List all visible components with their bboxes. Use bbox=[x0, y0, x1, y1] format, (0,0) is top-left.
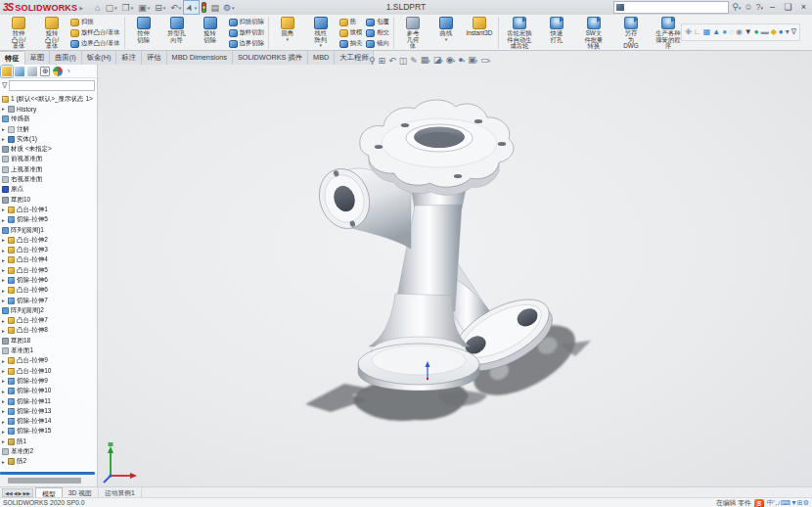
dynamic-annotation-icon[interactable]: ✎ bbox=[410, 55, 418, 67]
tree-item[interactable]: 传感器 bbox=[0, 115, 96, 124]
search-scope-icon[interactable] bbox=[616, 4, 624, 11]
model-body[interactable] bbox=[312, 100, 563, 391]
options-button[interactable]: ⚙▾ bbox=[221, 1, 237, 14]
displaymanager-tab[interactable] bbox=[53, 67, 63, 76]
command-tab[interactable]: 标注 bbox=[116, 51, 142, 65]
macro-gear-generator-button[interactable]: 齿轮宏插 件自动生 成齿轮 bbox=[501, 16, 538, 50]
dropdown-caret-icon[interactable]: ▾ bbox=[428, 58, 430, 64]
help-button[interactable]: ?▾ bbox=[755, 1, 763, 15]
section-view-icon[interactable]: ◫ bbox=[399, 55, 408, 67]
snap-toolbar-icon-4[interactable]: ▲ bbox=[712, 25, 720, 39]
intersect-button[interactable]: 相交 bbox=[364, 27, 391, 38]
restore-button[interactable]: ❏ bbox=[782, 2, 794, 14]
part-model-3d[interactable] bbox=[0, 51, 812, 486]
revolve-boss-button[interactable]: 旋转 凸台/ 基体 bbox=[35, 16, 68, 50]
curves-button[interactable]: 曲线 ▾ bbox=[429, 16, 463, 55]
tree-item[interactable]: 凸台-拉伸2 bbox=[0, 235, 96, 245]
tree-item[interactable]: 凸台-拉伸8 bbox=[0, 326, 96, 336]
instant3d-button[interactable]: Instant3D bbox=[463, 16, 496, 55]
command-tab[interactable]: 曲面(I) bbox=[50, 51, 81, 65]
tree-item[interactable]: 切除-拉伸7 bbox=[0, 296, 96, 305]
draft-button[interactable]: 拔模 bbox=[338, 27, 365, 38]
snap-toolbar-icon-2[interactable]: ∟ bbox=[694, 25, 701, 39]
snap-toolbar-icon-6[interactable]: ◌ bbox=[729, 25, 734, 39]
macro-save-as-dwg-button[interactable]: 另存 为 DWG bbox=[612, 16, 650, 50]
tree-filter-input[interactable] bbox=[9, 80, 95, 91]
tree-item[interactable]: 凸台-拉伸1 bbox=[0, 205, 96, 214]
dropdown-caret-icon[interactable]: ▾ bbox=[148, 5, 151, 11]
hide-show-items-icon[interactable]: ◉▾ bbox=[446, 54, 455, 67]
bolt-hole[interactable] bbox=[375, 145, 383, 149]
tree-item[interactable]: 筋2 bbox=[0, 457, 96, 467]
command-tab[interactable]: 评估 bbox=[142, 51, 167, 65]
first-tab-button[interactable]: ◀◀ bbox=[5, 490, 13, 496]
snap-toolbar-dropdown[interactable]: ▾ bbox=[786, 25, 789, 39]
dropdown-caret-icon[interactable]: ▾ bbox=[319, 43, 322, 48]
dimxpertmanager-tab[interactable]: ⊕ bbox=[40, 67, 50, 76]
tree-item[interactable]: 原点 bbox=[0, 185, 96, 195]
panel-scrollbar-thumb[interactable] bbox=[8, 478, 81, 484]
ime-keyboard-icon[interactable]: ⌨ bbox=[781, 499, 790, 506]
tree-item[interactable]: 基准面2 bbox=[0, 446, 96, 456]
select-tool-button[interactable]: ➤ ▾ bbox=[183, 0, 200, 15]
bolt-hole[interactable] bbox=[474, 119, 482, 123]
dropdown-caret-icon[interactable]: ▾ bbox=[475, 58, 478, 64]
zoom-to-area-icon[interactable]: ⊞ bbox=[379, 55, 386, 67]
search-box[interactable] bbox=[613, 1, 729, 14]
prev-tab-button[interactable]: ◀ bbox=[14, 490, 18, 496]
snap-toolbar-icon-7[interactable]: ◉ bbox=[736, 25, 743, 39]
rib-button[interactable]: 筋 bbox=[338, 17, 365, 27]
tree-item[interactable]: 凸台-拉伸3 bbox=[0, 245, 96, 254]
logo-caret-icon[interactable]: ▶ bbox=[79, 5, 83, 11]
tree-item[interactable]: 筋1 bbox=[0, 437, 96, 446]
tree-item[interactable]: 切除-拉伸6 bbox=[0, 275, 96, 285]
search-icon[interactable]: ⚲▾ bbox=[732, 1, 741, 15]
boundary-boss-button[interactable]: 边界凸台/基体 bbox=[68, 38, 122, 49]
graphics-viewport[interactable]: ⚲ ⊞ ↶ ◫ ✎ ▦▾ ◪▾ ◉▾ ●▾ ▣▾ ▭▾ bbox=[0, 51, 812, 486]
dropdown-caret-icon[interactable]: ▾ bbox=[463, 58, 466, 64]
snap-toolbar-icon-12[interactable]: ● bbox=[779, 25, 784, 39]
view-orientation-icon[interactable]: ▦▾ bbox=[421, 54, 430, 67]
last-tab-button[interactable]: ▶▶ bbox=[23, 490, 30, 496]
tree-item[interactable]: 基准面1 bbox=[0, 346, 96, 355]
propertymanager-tab[interactable] bbox=[15, 67, 24, 76]
bolt-hole[interactable] bbox=[498, 142, 506, 146]
command-tab[interactable]: MBD bbox=[308, 51, 335, 65]
panel-scrollbar-track[interactable] bbox=[0, 475, 98, 486]
tree-item[interactable]: 凸台-拉伸9 bbox=[0, 356, 96, 366]
shell-button[interactable]: 抽壳 bbox=[338, 38, 365, 49]
tree-item[interactable]: 凸台-拉伸10 bbox=[0, 366, 96, 376]
command-tab[interactable]: SOLIDWORKS 插件 bbox=[233, 51, 308, 65]
command-tab[interactable]: MBD Dimensions bbox=[167, 51, 233, 65]
tree-item[interactable]: 前视基准面 bbox=[0, 155, 96, 164]
snap-toolbar-icon-10[interactable]: ▬ bbox=[761, 25, 769, 39]
dropdown-caret-icon[interactable]: ▾ bbox=[445, 37, 448, 42]
snap-toolbar-icon-1[interactable]: ✙ bbox=[685, 25, 692, 39]
panel-tabs-overflow-chevron[interactable]: › bbox=[68, 67, 70, 75]
snap-toolbar-icon-8[interactable]: ▼ bbox=[744, 25, 752, 39]
undo-button[interactable]: ↶ ▾ bbox=[168, 1, 183, 14]
search-input[interactable] bbox=[626, 3, 718, 12]
tree-root-item[interactable]: 1 (默认<<默认>_显示状态 1> bbox=[0, 94, 96, 104]
swept-boss-button[interactable]: 扫描 bbox=[68, 17, 122, 27]
selection-filter-dropdown[interactable]: ∇ bbox=[791, 25, 796, 39]
hole-wizard-button[interactable]: 异型孔 向导 bbox=[160, 16, 194, 43]
lofted-cut-button[interactable]: 放样切割 bbox=[227, 27, 266, 38]
macro-quick-hole-button[interactable]: 快速 打孔 bbox=[538, 16, 575, 50]
wrap-button[interactable]: 包覆 bbox=[364, 17, 391, 27]
tree-item[interactable]: 右视基准面 bbox=[0, 174, 96, 184]
dropdown-caret-icon[interactable]: ▾ bbox=[286, 37, 289, 42]
extruded-cut-button[interactable]: 拉伸 切除 bbox=[127, 16, 160, 43]
tree-item[interactable]: 实体(1) bbox=[0, 134, 96, 144]
previous-view-icon[interactable]: ↶ bbox=[388, 55, 396, 67]
command-tab[interactable]: 钣金(H) bbox=[82, 51, 117, 65]
tree-item[interactable]: 材质 <未指定> bbox=[0, 144, 96, 154]
featuremanager-tab[interactable] bbox=[2, 67, 12, 76]
tree-item[interactable]: 凸台-拉伸5 bbox=[0, 265, 96, 275]
boundary-cut-button[interactable]: 边界切除 bbox=[227, 38, 266, 49]
tree-item[interactable]: 切除-拉伸15 bbox=[0, 427, 96, 437]
dropdown-caret-icon[interactable]: ▾ bbox=[453, 58, 456, 64]
tree-item[interactable]: 凸台-拉伸6 bbox=[0, 286, 96, 296]
edit-appearance-icon[interactable]: ●▾ bbox=[458, 54, 465, 67]
snap-toolbar-icon-11[interactable]: ◆ bbox=[771, 25, 777, 39]
